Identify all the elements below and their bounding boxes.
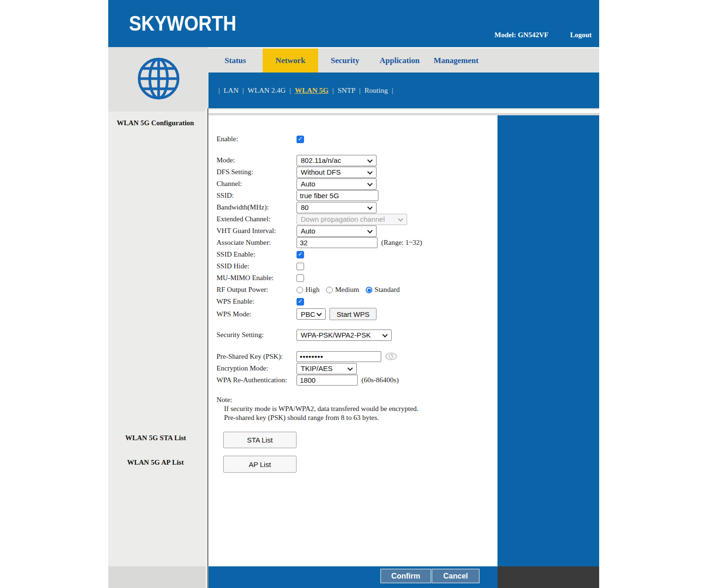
start-wps-button[interactable]: Start WPS [329, 308, 377, 320]
rf-standard-label: Standard [375, 286, 400, 294]
wpa-reauth-label: WPA Re-Authentication: [217, 376, 297, 384]
note-line-1: If security mode is WPA/WPA2, data trans… [224, 404, 497, 413]
ap-list-button[interactable]: AP List [223, 456, 297, 473]
radio-icon [366, 287, 372, 293]
rf-medium-radio[interactable]: Medium [326, 286, 359, 294]
channel-select[interactable]: Auto [297, 178, 377, 190]
extended-channel-value: Down propagation channel [301, 215, 385, 223]
vht-value: Auto [301, 227, 315, 235]
sidebar-footer [108, 566, 206, 588]
dfs-select[interactable]: Without DFS [297, 167, 377, 178]
bandwidth-value: 80 [301, 203, 309, 211]
subnav-separator: | [289, 86, 291, 95]
bandwidth-select[interactable]: 80 [297, 202, 377, 213]
footer-dark-block [497, 566, 599, 588]
mumimo-checkbox[interactable]: ✓ [297, 274, 304, 282]
subnav-routing[interactable]: Routing [364, 86, 388, 95]
security-setting-value: WPA-PSK/WPA2-PSK [301, 331, 371, 339]
show-password-eye-icon[interactable] [385, 352, 397, 361]
note-title: Note: [217, 395, 497, 404]
wpa-reauth-row: WPA Re-Authentication: (60s-86400s) [217, 374, 497, 386]
security-setting-select[interactable]: WPA-PSK/WPA2-PSK [297, 330, 392, 341]
vht-label: VHT Guard Interval: [217, 227, 297, 235]
rf-standard-radio[interactable]: Standard [366, 286, 400, 294]
ssid-label: SSID: [217, 192, 297, 200]
rf-output-power-row: RF Output Power: High Medium Standard [217, 284, 497, 296]
sidebar [108, 112, 206, 566]
associate-input[interactable] [297, 237, 377, 248]
tab-security[interactable]: Security [318, 48, 372, 72]
wps-enable-label: WPS Enable: [217, 298, 297, 306]
channel-value: Auto [301, 180, 315, 188]
subnav-separator: | [392, 86, 393, 95]
footer-bar: Confirm Cancel [209, 566, 497, 588]
skyworth-logo: SKYWORTH [129, 12, 236, 35]
cancel-button[interactable]: Cancel [432, 569, 480, 583]
subnav: | LAN | WLAN 2.4G | WLAN 5G | SNTP | Rou… [209, 72, 599, 108]
subnav-separator: | [242, 86, 244, 95]
chevron-down-icon [367, 169, 372, 174]
ssid-hide-checkbox[interactable]: ✓ [297, 263, 304, 270]
mode-value: 802.11a/n/ac [301, 156, 341, 164]
chevron-down-icon [316, 311, 321, 316]
wps-enable-checkbox[interactable]: ✓ [297, 298, 304, 306]
check-icon: ✓ [298, 136, 303, 142]
mode-label: Mode: [217, 156, 297, 164]
dfs-row: DFS Setting: Without DFS [217, 166, 497, 178]
header: SKYWORTH Model: GN542VFLogout [108, 0, 599, 47]
vht-select[interactable]: Auto [297, 226, 377, 237]
ssid-enable-row: SSID Enable: ✓ [217, 249, 497, 260]
subnav-separator: | [359, 86, 361, 95]
sidebar-item-wlan5g-ap-list[interactable]: WLAN 5G AP List [127, 459, 184, 467]
associate-label: Associate Number: [217, 239, 297, 247]
sta-list-button[interactable]: STA List [223, 432, 297, 448]
radio-icon [297, 287, 303, 293]
chevron-down-icon [367, 181, 372, 186]
chevron-down-icon [347, 365, 353, 371]
encryption-mode-select[interactable]: TKIP/AES [297, 363, 357, 374]
wps-mode-select[interactable]: PBC [297, 308, 326, 320]
extended-channel-label: Extended Channel: [217, 215, 297, 223]
psk-input[interactable] [297, 351, 381, 362]
rf-medium-label: Medium [335, 286, 359, 294]
bandwidth-label: Bandwidth(MHz): [217, 203, 297, 211]
encryption-mode-row: Encryption Mode: TKIP/AES [217, 362, 497, 374]
rf-high-radio[interactable]: High [297, 286, 320, 294]
subnav-wlan5g[interactable]: WLAN 5G [295, 86, 329, 95]
wps-mode-row: WPS Mode: PBC Start WPS [217, 307, 497, 321]
dfs-value: Without DFS [301, 168, 341, 176]
chevron-down-icon [367, 228, 372, 233]
note-line-2: Pre-shared key (PSK) should range from 8… [224, 413, 497, 422]
wpa-reauth-input[interactable] [297, 375, 358, 386]
ssid-hide-row: SSID Hide: ✓ [217, 260, 497, 272]
sidebar-item-wlan5g-configuration[interactable]: WLAN 5G Configuration [117, 119, 194, 127]
globe-icon [136, 56, 181, 101]
tab-application[interactable]: Application [372, 48, 427, 72]
wps-mode-label: WPS Mode: [217, 310, 297, 318]
wlan5g-config-form: Enable: ✓ Mode: 802.11a/n/ac DFS Setting… [209, 115, 497, 566]
tab-network[interactable]: Network [263, 48, 318, 72]
check-icon: ✓ [298, 298, 303, 305]
logout-link[interactable]: Logout [570, 31, 592, 39]
chevron-down-icon [382, 332, 387, 337]
subnav-wlan24g[interactable]: WLAN 2.4G [248, 86, 286, 95]
tab-management[interactable]: Management [427, 48, 485, 72]
sidebar-item-wlan5g-sta-list[interactable]: WLAN 5G STA List [125, 434, 186, 442]
wps-enable-row: WPS Enable: ✓ [217, 296, 497, 307]
tab-status[interactable]: Status [208, 48, 263, 72]
mode-row: Mode: 802.11a/n/ac [217, 154, 497, 166]
radio-icon [326, 287, 333, 293]
vht-row: VHT Guard Interval: Auto [217, 225, 497, 237]
confirm-button[interactable]: Confirm [380, 569, 431, 583]
mode-select[interactable]: 802.11a/n/ac [297, 155, 377, 166]
enable-checkbox[interactable]: ✓ [297, 136, 304, 143]
security-setting-label: Security Setting: [217, 331, 297, 339]
rf-high-label: High [305, 286, 320, 294]
enable-label: Enable: [217, 135, 297, 143]
subnav-sntp[interactable]: SNTP [337, 86, 355, 95]
subnav-lan[interactable]: LAN [224, 86, 239, 95]
ssid-input[interactable] [297, 190, 378, 201]
extended-channel-row: Extended Channel: Down propagation chann… [217, 213, 497, 225]
psk-label: Pre-Shared Key (PSK): [217, 353, 297, 361]
ssid-enable-checkbox[interactable]: ✓ [297, 251, 304, 258]
